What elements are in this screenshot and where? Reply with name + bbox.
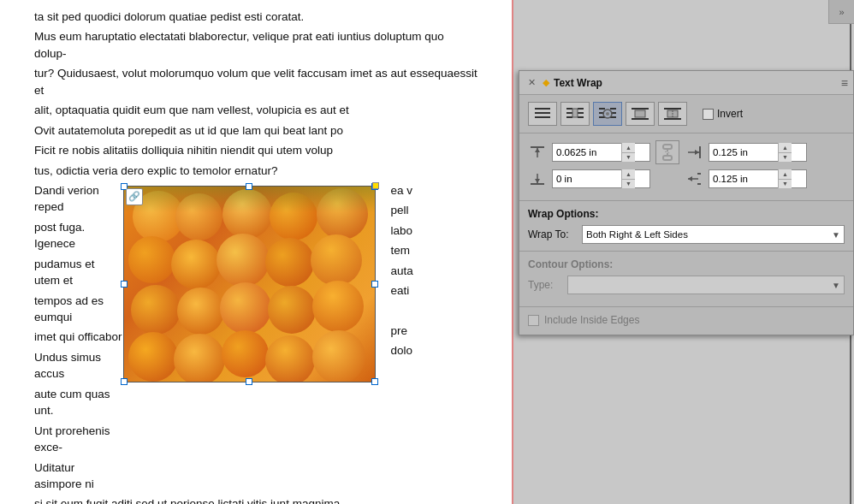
text-wrap-panel: ✕ ◆ Text Wrap ≡	[519, 70, 854, 335]
panel-menu-button[interactable]: ≡	[841, 76, 848, 90]
left-offset-down[interactable]: ▼	[622, 180, 635, 189]
svg-rect-5	[566, 112, 572, 114]
sel-handle-mr[interactable]	[371, 281, 378, 288]
top-offset-input-group: ▲ ▼	[552, 143, 650, 162]
svg-rect-1	[535, 112, 550, 114]
image-link-indicator	[372, 182, 379, 189]
sel-handle-tc[interactable]	[246, 183, 252, 190]
top-offset-input[interactable]	[553, 144, 621, 161]
bottom-offset-spinner: ▲ ▼	[778, 169, 792, 188]
svg-rect-25	[531, 146, 544, 148]
svg-rect-33	[699, 146, 701, 158]
svg-rect-6	[578, 112, 584, 114]
svg-rect-7	[566, 116, 572, 118]
right-offset-down[interactable]: ▼	[779, 153, 792, 163]
svg-marker-38	[535, 179, 540, 183]
image-content	[124, 187, 375, 382]
offset-top-arrow-icon	[530, 145, 545, 159]
type-dropdown[interactable]: ▼	[567, 276, 845, 294]
link-chain-button[interactable]	[655, 140, 679, 164]
wrap-to-row: Wrap To: Both Right & Left Sides ▼	[528, 225, 845, 244]
bottom-offset-input-group: ▲ ▼	[709, 169, 807, 188]
wrap-object-shape-icon	[598, 106, 617, 122]
jump-object-button[interactable]	[626, 102, 655, 126]
svg-line-32	[665, 151, 670, 153]
svg-rect-3	[566, 108, 572, 110]
svg-rect-36	[531, 183, 544, 185]
inside-edges-row: Include Inside Edges	[519, 307, 853, 335]
type-dropdown-arrow: ▼	[832, 281, 840, 290]
no-wrap-icon	[534, 106, 551, 122]
page-content: ta sit ped quodici dolorum quatiae pedis…	[0, 0, 513, 504]
include-inside-edges-label: Include Inside Edges	[544, 314, 639, 326]
svg-rect-22	[664, 118, 681, 120]
wrap-object-shape-button[interactable]	[593, 102, 622, 126]
document-text: ta sit ped quodici dolorum quatiae pedis…	[34, 9, 479, 504]
contour-options-heading: Contour Options:	[528, 258, 845, 270]
top-offset-spinner: ▲ ▼	[621, 143, 635, 162]
right-text-column: ea v pell labo tem auta eati pre dolo	[386, 182, 480, 495]
svg-rect-4	[578, 108, 584, 110]
sel-handle-ml[interactable]	[121, 281, 128, 288]
right-offset-up[interactable]: ▲	[779, 143, 792, 153]
svg-rect-20	[635, 110, 645, 117]
top-offset-up[interactable]: ▲	[622, 143, 635, 153]
panel-header: ✕ ◆ Text Wrap ≡	[519, 71, 853, 95]
offset-left-icon	[685, 171, 703, 187]
wrap-to-value: Both Right & Left Sides	[586, 229, 688, 240]
wrap-to-dropdown-arrow: ▼	[832, 230, 840, 240]
jump-next-column-button[interactable]	[658, 102, 687, 126]
jump-next-column-icon	[663, 106, 682, 122]
right-offset-input-group: ▲ ▼	[709, 143, 807, 162]
top-offset-down[interactable]: ▼	[622, 153, 635, 163]
include-inside-edges-checkbox[interactable]	[528, 315, 539, 326]
sel-handle-br[interactable]	[371, 378, 378, 385]
wrap-options-section: Wrap Options: Wrap To: Both Right & Left…	[519, 201, 853, 252]
bottom-offset-down[interactable]: ▼	[779, 180, 792, 189]
no-wrap-button[interactable]	[528, 102, 557, 126]
svg-rect-0	[535, 108, 550, 110]
offset-left-arrow-icon	[686, 172, 702, 186]
left-offset-up[interactable]: ▲	[622, 169, 635, 180]
left-offset-input-group: ▲ ▼	[552, 169, 650, 188]
svg-marker-27	[535, 148, 540, 152]
svg-marker-42	[688, 176, 692, 181]
wrap-options-heading: Wrap Options:	[528, 208, 845, 220]
svg-rect-21	[664, 108, 681, 110]
invert-label: Invert	[717, 108, 743, 120]
invert-checkbox[interactable]	[703, 109, 714, 120]
svg-rect-8	[578, 116, 584, 118]
wrap-to-dropdown[interactable]: Both Right & Left Sides ▼	[582, 225, 845, 244]
right-offset-input[interactable]	[709, 144, 778, 161]
jump-object-icon	[631, 106, 649, 122]
offset-right-icon	[685, 145, 703, 160]
left-offset-spinner: ▲ ▼	[621, 169, 635, 188]
offset-bottom-icon	[528, 171, 547, 187]
offset-section: ▲ ▼	[519, 133, 853, 201]
left-text-column: Dandi verion reped post fuga. Igenece pu…	[34, 182, 123, 495]
invert-area: Invert	[703, 108, 743, 120]
sel-handle-bc[interactable]	[246, 378, 252, 385]
offset-bottom-arrow-icon	[530, 172, 545, 186]
right-offset-spinner: ▲ ▼	[778, 143, 792, 162]
bottom-offset-input[interactable]	[709, 170, 778, 187]
image-text-wrap-area: Dandi verion reped post fuga. Igenece pu…	[34, 182, 479, 495]
offset-right-arrow-icon	[686, 145, 702, 159]
svg-marker-35	[695, 150, 699, 155]
svg-rect-40	[697, 173, 701, 175]
type-row: Type: ▼	[528, 276, 845, 294]
type-label: Type:	[528, 279, 560, 291]
document-image[interactable]: 🔗	[123, 186, 376, 382]
svg-rect-9	[572, 109, 578, 117]
panel-expand-btn[interactable]: »	[828, 0, 854, 24]
svg-rect-10	[599, 108, 605, 110]
svg-rect-19	[632, 118, 649, 120]
bottom-offset-up[interactable]: ▲	[779, 169, 792, 180]
svg-rect-18	[632, 108, 649, 110]
left-offset-input[interactable]	[553, 170, 621, 187]
wrap-bbox-button[interactable]	[560, 102, 590, 126]
wrap-icons-row: Invert	[519, 95, 853, 133]
sel-handle-bl[interactable]	[121, 378, 128, 385]
svg-point-17	[606, 112, 609, 116]
panel-close-button[interactable]: ✕	[525, 76, 538, 90]
